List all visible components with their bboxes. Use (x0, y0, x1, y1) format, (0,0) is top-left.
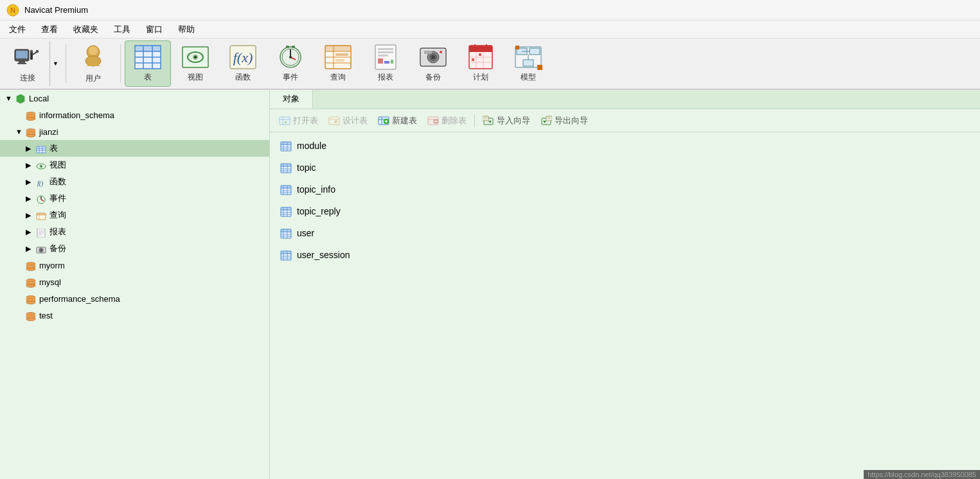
table-item-user[interactable]: user (270, 222, 980, 244)
query-label: 查询 (330, 72, 346, 83)
table-item-topic-info[interactable]: topic_info (270, 179, 980, 200)
menu-window[interactable]: 窗口 (139, 22, 169, 37)
menu-view[interactable]: 查看 (35, 22, 64, 37)
svg-rect-5 (17, 63, 26, 64)
test-label: test (39, 311, 53, 320)
title-bar: N Navicat Premium (0, 0, 980, 21)
action-export-wizard[interactable]: 导出向导 (537, 113, 592, 128)
delete-table-icon (427, 115, 439, 126)
toolbar-connect-btn[interactable]: 连接 ▼ (5, 40, 62, 87)
sidebar-item-event-folder[interactable]: ▶ 事件 (0, 190, 269, 207)
user-icon (79, 43, 107, 73)
perf-db-icon (26, 293, 36, 304)
model-icon (514, 44, 542, 72)
svg-rect-136 (546, 116, 552, 121)
table-name-module: module (297, 141, 326, 151)
svg-point-101 (40, 249, 42, 250)
menu-favorites[interactable]: 收藏夹 (67, 22, 105, 37)
app-icon: N (6, 4, 19, 17)
toolbar-function-btn[interactable]: f(x) 函数 (220, 40, 266, 87)
svg-rect-131 (483, 116, 488, 121)
table-item-module[interactable]: module (270, 135, 980, 157)
action-design-table[interactable]: 设计表 (325, 113, 371, 128)
connect-dropdown-btn[interactable]: ▼ (49, 40, 61, 87)
svg-rect-56 (469, 46, 492, 52)
table-name-user-session: user_session (297, 250, 350, 260)
menu-file[interactable]: 文件 (3, 22, 32, 37)
sidebar-item-func-folder[interactable]: ▶ f() 函数 (0, 173, 269, 190)
svg-rect-3 (16, 51, 28, 58)
sidebar-item-backup-folder[interactable]: ▶ 备份 (0, 240, 269, 257)
table-item-user-session[interactable]: user_session (270, 244, 980, 266)
sidebar-item-information-schema[interactable]: information_schema (0, 107, 269, 123)
svg-rect-47 (391, 60, 393, 64)
query-icon (324, 44, 352, 72)
action-import-wizard[interactable]: 导入向导 (479, 113, 534, 128)
report-icon (371, 44, 400, 72)
toolbar-report-btn[interactable]: 报表 (362, 40, 409, 87)
sidebar-item-mysql[interactable]: mysql (0, 274, 269, 290)
test-db-icon (26, 309, 36, 320)
sidebar-item-view-folder[interactable]: ▶ 视图 (0, 157, 269, 173)
sidebar-item-local[interactable]: ▼ Local (0, 90, 269, 107)
content-tabs: 对象 (270, 90, 980, 109)
toolbar-backup-btn[interactable]: 备份 (410, 40, 456, 87)
svg-rect-64 (479, 53, 481, 56)
svg-rect-39 (335, 53, 348, 56)
svg-rect-167 (281, 207, 291, 210)
sidebar-item-myorm[interactable]: myorm (0, 257, 269, 274)
svg-point-11 (89, 46, 98, 55)
table-row-icon-user (280, 227, 292, 239)
toolbar-plan-btn[interactable]: 计划 (458, 40, 504, 87)
func-folder-label: 函数 (49, 176, 66, 187)
svg-marker-72 (537, 65, 542, 70)
sidebar-item-jianzi[interactable]: ▼ jianzi (0, 123, 269, 140)
svg-point-30 (289, 56, 292, 58)
toolbar-query-btn[interactable]: 查询 (315, 40, 361, 87)
svg-rect-34 (325, 46, 351, 51)
report-folder-label: 报表 (49, 226, 66, 238)
menu-tools[interactable]: 工具 (107, 22, 137, 37)
menu-bar: 文件 查看 收藏夹 工具 窗口 帮助 (0, 21, 980, 39)
svg-rect-118 (329, 117, 339, 125)
sidebar-item-performance-schema[interactable]: performance_schema (0, 290, 269, 307)
action-open-table[interactable]: 打开表 (275, 113, 322, 128)
toolbar-user-btn[interactable]: 用户 (70, 40, 116, 87)
function-icon: f(x) (229, 44, 257, 72)
tab-objects[interactable]: 对象 (270, 90, 313, 109)
table-row-icon-user-session (280, 249, 292, 261)
menu-help[interactable]: 帮助 (172, 22, 201, 37)
toolbar-model-btn[interactable]: 模型 (505, 40, 551, 87)
svg-rect-96 (39, 232, 44, 234)
action-delete-table[interactable]: 删除表 (423, 113, 470, 128)
action-toolbar: 打开表 设计表 (270, 109, 980, 132)
toolbar-event-btn[interactable]: 事件 (267, 40, 314, 87)
func-folder-icon: f() (36, 176, 46, 187)
svg-rect-181 (281, 251, 291, 254)
svg-point-9 (36, 50, 39, 53)
myorm-db-icon (26, 259, 36, 270)
new-table-label: 新建表 (392, 115, 417, 126)
connect-main[interactable]: 连接 (6, 40, 49, 87)
jianzi-label: jianzi (39, 127, 58, 137)
report-label: 报表 (378, 72, 393, 83)
svg-point-78 (26, 131, 35, 134)
table-item-topic-reply[interactable]: topic_reply (270, 200, 980, 222)
event-label: 事件 (283, 72, 298, 83)
connect-label: 连接 (20, 73, 35, 83)
action-new-table[interactable]: 新建表 (374, 113, 421, 128)
sidebar-item-query-folder[interactable]: ▶ 查询 (0, 207, 269, 223)
sidebar-item-test[interactable]: test (0, 307, 269, 324)
query-folder-arrow: ▶ (26, 211, 36, 220)
event-folder-icon (36, 193, 46, 204)
toolbar-view-btn[interactable]: 视图 (172, 40, 218, 87)
svg-rect-146 (281, 142, 291, 144)
table-item-topic[interactable]: topic (270, 157, 980, 179)
svg-point-113 (26, 315, 35, 318)
svg-rect-153 (281, 164, 291, 166)
svg-point-110 (26, 298, 35, 301)
table-row-icon-topic-reply (280, 205, 292, 217)
sidebar-item-table-folder[interactable]: ▶ 表 (0, 140, 269, 157)
toolbar-table-btn[interactable]: 表 (125, 40, 171, 87)
sidebar-item-report-folder[interactable]: ▶ 报表 (0, 223, 269, 240)
